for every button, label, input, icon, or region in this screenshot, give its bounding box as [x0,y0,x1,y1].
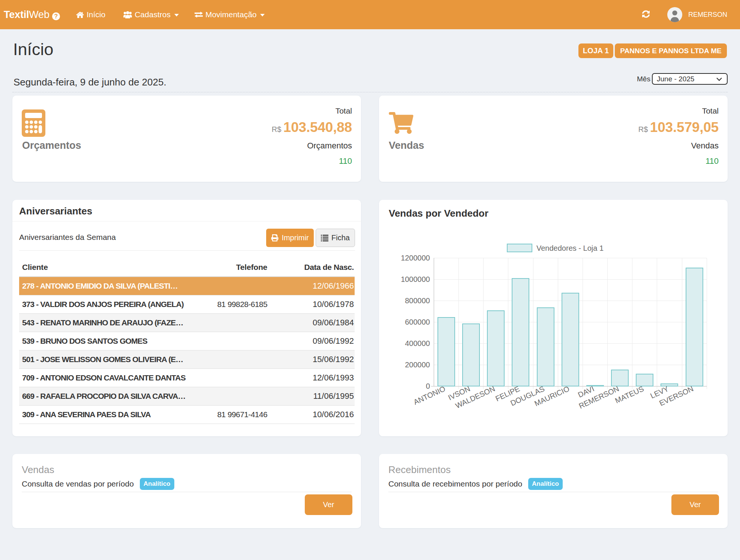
svg-text:1000000: 1000000 [401,275,430,283]
svg-text:400000: 400000 [405,339,430,347]
svg-text:MATEUS: MATEUS [614,385,645,405]
svg-text:800000: 800000 [405,296,430,305]
svg-text:200000: 200000 [405,361,430,369]
svg-text:600000: 600000 [405,318,430,326]
svg-text:1200000: 1200000 [401,254,430,262]
svg-text:0: 0 [426,382,430,390]
svg-text:Vendedores - Loja 1: Vendedores - Loja 1 [536,244,604,252]
